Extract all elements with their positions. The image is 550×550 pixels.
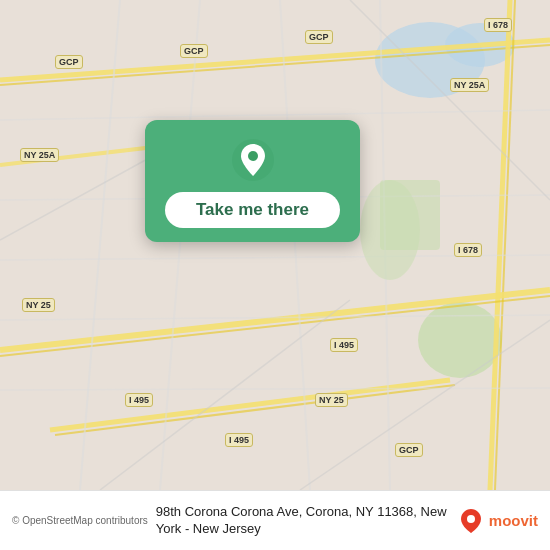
navigation-card: Take me there <box>145 120 360 242</box>
road-label-ny25a-left: NY 25A <box>20 148 59 162</box>
road-label-gcp-3: GCP <box>305 30 333 44</box>
moovit-logo: moovit <box>457 507 538 535</box>
address-text: 98th Corona Corona Ave, Corona, NY 11368… <box>156 504 449 538</box>
osm-credit-text: © OpenStreetMap contributors <box>12 515 148 526</box>
svg-point-31 <box>467 515 475 523</box>
road-label-i495-1: I 495 <box>125 393 153 407</box>
road-label-i495-2: I 495 <box>225 433 253 447</box>
moovit-brand-text: moovit <box>489 512 538 529</box>
road-label-gcp-2: GCP <box>180 44 208 58</box>
bottom-info-bar: © OpenStreetMap contributors 98th Corona… <box>0 490 550 550</box>
svg-point-3 <box>418 302 502 378</box>
road-label-ny25a-right: NY 25A <box>450 78 489 92</box>
svg-point-30 <box>248 151 258 161</box>
road-label-i495-3: I 495 <box>330 338 358 352</box>
location-pin-icon <box>231 138 275 182</box>
road-label-i678-right: I 678 <box>454 243 482 257</box>
road-label-i678-top: I 678 <box>484 18 512 32</box>
road-label-ny25-bottom: NY 25 <box>315 393 348 407</box>
svg-point-28 <box>360 180 420 280</box>
map-container: GCP GCP GCP NY 25A NY 25A NY 25 NY 25 I … <box>0 0 550 490</box>
road-label-gcp-bottom: GCP <box>395 443 423 457</box>
road-label-gcp-1: GCP <box>55 55 83 69</box>
take-me-there-button[interactable]: Take me there <box>165 192 340 228</box>
moovit-pin-icon <box>457 507 485 535</box>
road-label-ny25-left: NY 25 <box>22 298 55 312</box>
